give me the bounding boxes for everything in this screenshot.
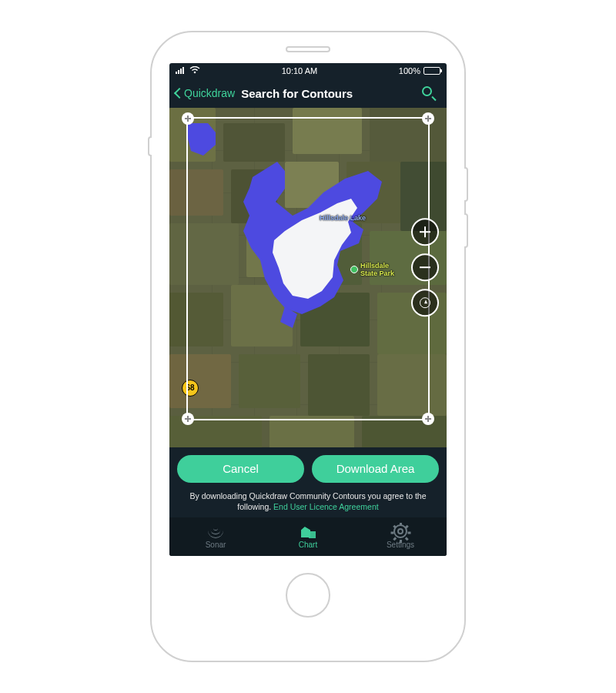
selection-grip-bottom-right[interactable] <box>422 413 434 425</box>
tab-chart[interactable]: Chart <box>262 517 354 556</box>
map-controls <box>411 219 439 317</box>
tab-label: Sonar <box>206 541 226 549</box>
status-time: 10:10 AM <box>282 66 317 75</box>
selection-grip-top-left[interactable] <box>182 112 194 125</box>
back-label: Quickdraw <box>184 87 235 99</box>
svg-rect-1 <box>178 70 179 74</box>
download-area-button[interactable]: Download Area <box>312 455 439 483</box>
svg-rect-3 <box>182 67 184 74</box>
battery-percent: 100% <box>399 66 420 75</box>
area-selection-box[interactable] <box>186 117 430 420</box>
phone-frame: 10:10 AM 100% Quickdraw Search for Conto… <box>150 31 466 662</box>
phone-mute-switch <box>148 136 152 156</box>
zoom-out-button[interactable] <box>411 254 439 282</box>
search-icon[interactable] <box>422 86 436 100</box>
sonar-icon <box>208 524 223 538</box>
tab-sonar[interactable]: Sonar <box>169 517 262 556</box>
plus-icon <box>420 227 430 238</box>
selection-grip-top-right[interactable] <box>422 112 434 125</box>
minus-icon <box>420 263 430 273</box>
back-button[interactable]: Quickdraw <box>176 87 235 99</box>
svg-point-4 <box>194 72 196 74</box>
tab-label: Chart <box>299 541 317 549</box>
cancel-button[interactable]: Cancel <box>177 455 304 483</box>
wifi-icon <box>189 66 200 75</box>
tab-settings[interactable]: Settings <box>354 517 447 556</box>
tab-bar: Sonar Chart Settings <box>169 517 447 556</box>
page-title: Search for Contours <box>241 87 353 100</box>
svg-rect-0 <box>176 72 177 74</box>
phone-volume-down <box>464 213 468 248</box>
compass-icon <box>420 298 430 309</box>
compass-button[interactable] <box>411 290 439 317</box>
svg-rect-2 <box>180 69 182 74</box>
nav-header: Quickdraw Search for Contours <box>169 79 447 108</box>
bottom-panel: Cancel Download Area By downloading Quic… <box>169 447 447 517</box>
signal-icon <box>176 66 186 75</box>
chevron-left-icon <box>174 88 185 99</box>
chart-icon <box>300 524 316 538</box>
phone-volume-up <box>464 167 468 202</box>
eula-link[interactable]: End User Licence Agreement <box>273 502 379 511</box>
battery-icon <box>424 67 440 75</box>
gear-icon <box>393 524 407 538</box>
phone-home-button[interactable] <box>286 573 330 618</box>
disclaimer-text: By downloading Quickdraw Community Conto… <box>177 490 439 513</box>
selection-grip-bottom-left[interactable] <box>182 413 194 425</box>
phone-speaker <box>286 46 330 52</box>
map-view[interactable]: Hillsdale Lake Hillsdale State Park 68 <box>169 108 447 447</box>
app-screen: 10:10 AM 100% Quickdraw Search for Conto… <box>169 63 447 556</box>
zoom-in-button[interactable] <box>411 219 439 246</box>
status-bar: 10:10 AM 100% <box>169 63 447 79</box>
